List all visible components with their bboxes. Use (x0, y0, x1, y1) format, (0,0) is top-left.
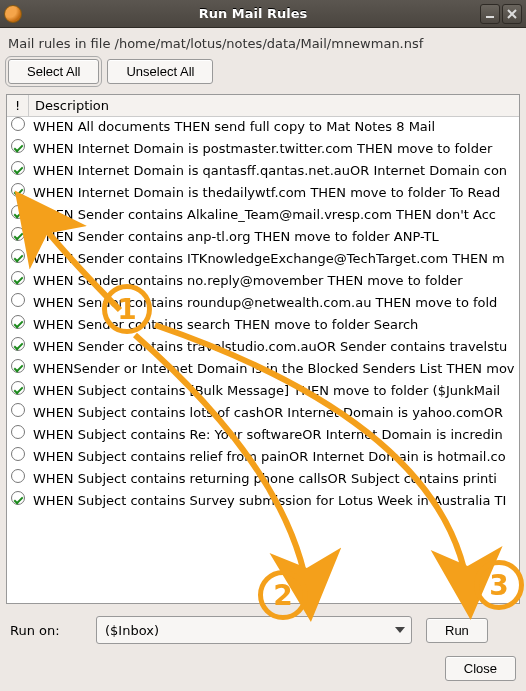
rule-checkbox[interactable] (11, 469, 25, 483)
rules-list-box: ! Description WHEN All documents THEN se… (6, 94, 520, 604)
rules-header: ! Description (7, 95, 519, 117)
rule-row[interactable]: WHEN Subject contains returning phone ca… (7, 469, 519, 491)
rule-description: WHEN Internet Domain is thedailywtf.com … (29, 183, 519, 200)
rule-description: WHEN Sender contains anp-tl.org THEN mov… (29, 227, 519, 244)
rule-description: WHEN Internet Domain is qantasff.qantas.… (29, 161, 519, 178)
rule-row[interactable]: WHEN Sender contains search THEN move to… (7, 315, 519, 337)
rule-checkbox[interactable] (11, 183, 25, 197)
mail-rules-path: Mail rules in file /home/mat/lotus/notes… (6, 34, 520, 51)
rule-description: WHEN Sender contains search THEN move to… (29, 315, 519, 332)
rule-row[interactable]: WHEN All documents THEN send full copy t… (7, 117, 519, 139)
minimize-button[interactable] (480, 4, 500, 24)
rule-checkbox[interactable] (11, 249, 25, 263)
rule-description: WHENSender or Internet Domain is in the … (29, 359, 519, 376)
rule-row[interactable]: WHEN Subject contains [Bulk Message] THE… (7, 381, 519, 403)
annotation-step-3: 3 (474, 560, 524, 610)
rule-checkbox-cell[interactable] (7, 293, 29, 307)
run-on-row: Run on: ($Inbox) Run (6, 608, 520, 646)
annotation-step-2: 2 (258, 570, 308, 620)
rule-description: WHEN Sender contains ITKnowledgeExchange… (29, 249, 519, 266)
rule-description: WHEN Subject contains Survey submission … (29, 491, 519, 508)
rule-checkbox-cell[interactable] (7, 271, 29, 285)
run-on-dropdown[interactable]: ($Inbox) (96, 616, 412, 644)
rule-checkbox[interactable] (11, 205, 25, 219)
rule-row[interactable]: WHEN Sender contains Alkaline_Team@mail.… (7, 205, 519, 227)
rule-checkbox-cell[interactable] (7, 381, 29, 395)
chevron-down-icon (395, 627, 405, 633)
rule-row[interactable]: WHEN Internet Domain is qantasff.qantas.… (7, 161, 519, 183)
rule-checkbox-cell[interactable] (7, 359, 29, 373)
rule-checkbox-cell[interactable] (7, 447, 29, 461)
rule-checkbox[interactable] (11, 161, 25, 175)
rule-description: WHEN Internet Domain is postmaster.twitt… (29, 139, 519, 156)
rule-checkbox-cell[interactable] (7, 469, 29, 483)
rule-checkbox-cell[interactable] (7, 403, 29, 417)
close-button[interactable]: Close (445, 656, 516, 681)
run-button[interactable]: Run (426, 618, 488, 643)
rule-description: WHEN Subject contains relief from painOR… (29, 447, 519, 464)
rule-checkbox[interactable] (11, 403, 25, 417)
rule-checkbox-cell[interactable] (7, 491, 29, 505)
rule-row[interactable]: WHEN Subject contains relief from painOR… (7, 447, 519, 469)
selection-button-row: Select All Unselect All (8, 59, 520, 84)
bottom-row: Close (6, 650, 520, 683)
rule-checkbox[interactable] (11, 271, 25, 285)
rule-checkbox[interactable] (11, 381, 25, 395)
rules-list: WHEN All documents THEN send full copy t… (7, 117, 519, 603)
rule-row[interactable]: WHEN Internet Domain is thedailywtf.com … (7, 183, 519, 205)
rule-description: WHEN Subject contains returning phone ca… (29, 469, 519, 486)
select-all-button[interactable]: Select All (8, 59, 99, 84)
unselect-all-button[interactable]: Unselect All (107, 59, 213, 84)
rule-checkbox-cell[interactable] (7, 227, 29, 241)
rule-checkbox[interactable] (11, 337, 25, 351)
column-header-checkbox[interactable]: ! (7, 95, 29, 116)
app-icon (4, 5, 22, 23)
close-window-button[interactable] (502, 4, 522, 24)
rule-checkbox-cell[interactable] (7, 249, 29, 263)
rule-checkbox[interactable] (11, 359, 25, 373)
rule-checkbox-cell[interactable] (7, 139, 29, 153)
rule-description: WHEN All documents THEN send full copy t… (29, 117, 519, 134)
rule-checkbox[interactable] (11, 425, 25, 439)
rule-row[interactable]: WHEN Internet Domain is postmaster.twitt… (7, 139, 519, 161)
rule-checkbox[interactable] (11, 227, 25, 241)
rule-row[interactable]: WHEN Sender contains anp-tl.org THEN mov… (7, 227, 519, 249)
column-header-description[interactable]: Description (29, 95, 519, 116)
rule-checkbox[interactable] (11, 315, 25, 329)
rule-checkbox-cell[interactable] (7, 315, 29, 329)
rule-row[interactable]: WHEN Sender contains roundup@netwealth.c… (7, 293, 519, 315)
rule-row[interactable]: WHEN Sender contains travelstudio.com.au… (7, 337, 519, 359)
rule-checkbox-cell[interactable] (7, 337, 29, 351)
rule-description: WHEN Sender contains no.reply@movember T… (29, 271, 519, 288)
rule-row[interactable]: WHEN Subject contains Survey submission … (7, 491, 519, 513)
rule-description: WHEN Subject contains Re: Your softwareO… (29, 425, 519, 442)
rule-checkbox-cell[interactable] (7, 161, 29, 175)
rule-row[interactable]: WHENSender or Internet Domain is in the … (7, 359, 519, 381)
rule-row[interactable]: WHEN Sender contains no.reply@movember T… (7, 271, 519, 293)
run-on-value: ($Inbox) (105, 623, 159, 638)
rule-checkbox-cell[interactable] (7, 117, 29, 131)
rule-row[interactable]: WHEN Sender contains ITKnowledgeExchange… (7, 249, 519, 271)
title-bar: Run Mail Rules (0, 0, 526, 28)
rule-row[interactable]: WHEN Subject contains Re: Your softwareO… (7, 425, 519, 447)
rule-row[interactable]: WHEN Subject contains lots of cashOR Int… (7, 403, 519, 425)
rule-description: WHEN Sender contains travelstudio.com.au… (29, 337, 519, 354)
window-title: Run Mail Rules (28, 6, 478, 21)
rule-description: WHEN Subject contains [Bulk Message] THE… (29, 381, 519, 398)
rule-checkbox[interactable] (11, 447, 25, 461)
rule-checkbox[interactable] (11, 293, 25, 307)
rule-checkbox[interactable] (11, 491, 25, 505)
annotation-step-1: 1 (102, 284, 152, 334)
run-on-label: Run on: (10, 623, 82, 638)
rule-checkbox[interactable] (11, 117, 25, 131)
rule-checkbox-cell[interactable] (7, 205, 29, 219)
rule-description: WHEN Sender contains Alkaline_Team@mail.… (29, 205, 519, 222)
svg-rect-0 (486, 16, 494, 18)
rule-checkbox-cell[interactable] (7, 183, 29, 197)
rule-description: WHEN Subject contains lots of cashOR Int… (29, 403, 519, 420)
rule-checkbox[interactable] (11, 139, 25, 153)
rule-checkbox-cell[interactable] (7, 425, 29, 439)
